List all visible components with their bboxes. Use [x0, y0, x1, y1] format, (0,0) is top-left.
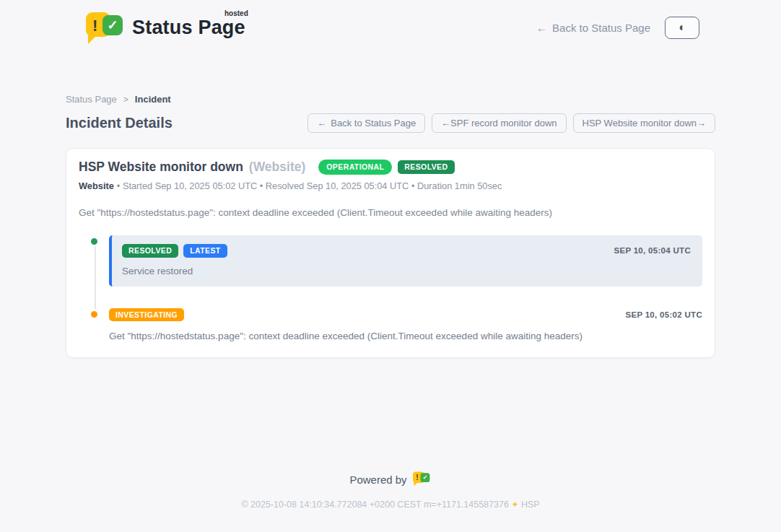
exclamation-icon: !	[416, 474, 418, 482]
title-row: Incident Details ←Back to Status Page ←S…	[66, 113, 715, 133]
incident-meta-detail: • Started Sep 10, 2025 05:02 UTC • Resol…	[117, 180, 502, 191]
brand-logo[interactable]: ! ✓ Status Pagehosted	[86, 10, 245, 45]
page-title: Incident Details	[66, 115, 173, 131]
exclamation-icon: !	[92, 17, 97, 35]
breadcrumb: Status Page > Incident	[66, 94, 715, 105]
incident-title: HSP Website monitor down	[79, 160, 243, 175]
operational-status-badge: OPERATIONAL	[318, 160, 392, 175]
timeline-dot-green	[89, 236, 100, 247]
latest-badge: LATEST	[183, 244, 227, 258]
incident-component: (Website)	[249, 160, 305, 175]
logo-bubble-tail	[88, 35, 97, 44]
timeline-entry-badges: INVESTIGATING	[109, 308, 184, 322]
header: ! ✓ Status Pagehosted ←Back to Status Pa…	[66, 0, 715, 45]
theme-toggle-icon: ◐	[679, 21, 686, 34]
footer: Powered by ! ✓ © 2025-10-08 14:10:34.772…	[0, 471, 781, 510]
incident-card-header: HSP Website monitor down (Website) OPERA…	[79, 160, 702, 175]
brand-logo-icon: ! ✓	[86, 10, 125, 45]
timeline-entry-header: RESOLVED LATEST SEP 10, 05:04 UTC	[122, 244, 691, 258]
next-incident-button[interactable]: HSP Website monitor down→	[573, 113, 715, 133]
header-back-label: Back to Status Page	[552, 22, 650, 34]
breadcrumb-home[interactable]: Status Page	[66, 94, 117, 105]
brand-name: Status Pagehosted	[132, 17, 245, 39]
timeline-entry-header: INVESTIGATING SEP 10, 05:02 UTC	[109, 308, 702, 322]
timeline-dot-orange	[89, 309, 100, 320]
check-icon: ✓	[420, 473, 429, 482]
timeline-entry-resolved: RESOLVED LATEST SEP 10, 05:04 UTC Servic…	[79, 235, 702, 287]
footer-logo-icon[interactable]: ! ✓	[413, 471, 432, 488]
header-back-link[interactable]: ←Back to Status Page	[536, 22, 650, 34]
resolved-status-badge: RESOLVED	[398, 160, 454, 174]
copyright-text: © 2025-10-08 14:10:34.772084 +0200 CEST …	[241, 500, 509, 510]
investigating-badge: INVESTIGATING	[109, 308, 184, 322]
arrow-left-icon: ←	[536, 22, 547, 34]
brand-superscript: hosted	[224, 9, 248, 17]
logo-bubble-tail	[414, 482, 418, 487]
sparkles-icon: ✦	[511, 500, 518, 510]
incident-card: HSP Website monitor down (Website) OPERA…	[66, 148, 715, 358]
back-to-status-page-button[interactable]: ←Back to Status Page	[307, 113, 425, 133]
timeline-entry-message: Service restored	[122, 266, 691, 276]
brand-text: Status Page	[132, 17, 245, 38]
timeline-entry-message: Get "https://hostedstatus.page": context…	[109, 331, 702, 341]
copyright-suffix: HSP	[521, 500, 540, 510]
previous-incident-button[interactable]: ←SPF record monitor down	[432, 113, 566, 133]
previous-incident-label: SPF record monitor down	[450, 118, 557, 128]
powered-by: Powered by ! ✓	[0, 471, 781, 488]
breadcrumb-separator-icon: >	[123, 95, 128, 105]
timeline-entry-timestamp: SEP 10, 05:04 UTC	[614, 246, 691, 255]
back-button-label: Back to Status Page	[331, 118, 416, 128]
incident-meta-component: Website	[79, 180, 114, 191]
timeline-entry-investigating: INVESTIGATING SEP 10, 05:02 UTC Get "htt…	[79, 308, 702, 342]
arrow-right-icon: →	[697, 118, 706, 128]
arrow-left-icon: ←	[441, 118, 450, 128]
incident-meta: Website• Started Sep 10, 2025 05:02 UTC …	[79, 180, 702, 191]
timeline-entry-timestamp: SEP 10, 05:02 UTC	[625, 310, 702, 319]
copyright-line: © 2025-10-08 14:10:34.772084 +0200 CEST …	[0, 500, 781, 510]
incident-nav-buttons: ←Back to Status Page ←SPF record monitor…	[307, 113, 715, 133]
timeline-highlight-box: RESOLVED LATEST SEP 10, 05:04 UTC Servic…	[109, 235, 702, 287]
next-incident-label: HSP Website monitor down	[583, 118, 697, 128]
resolved-badge: RESOLVED	[122, 244, 178, 258]
theme-toggle-button[interactable]: ◐	[665, 17, 699, 39]
page-container: ! ✓ Status Pagehosted ←Back to Status Pa…	[66, 0, 715, 358]
powered-by-label: Powered by	[349, 474, 406, 486]
incident-description: Get "https://hostedstatus.page": context…	[79, 207, 702, 218]
header-right: ←Back to Status Page ◐	[536, 17, 699, 39]
arrow-left-icon: ←	[317, 118, 326, 128]
breadcrumb-current: Incident	[135, 94, 171, 105]
incident-timeline: RESOLVED LATEST SEP 10, 05:04 UTC Servic…	[79, 235, 702, 341]
timeline-entry-badges: RESOLVED LATEST	[122, 244, 227, 258]
check-icon: ✓	[102, 15, 123, 35]
